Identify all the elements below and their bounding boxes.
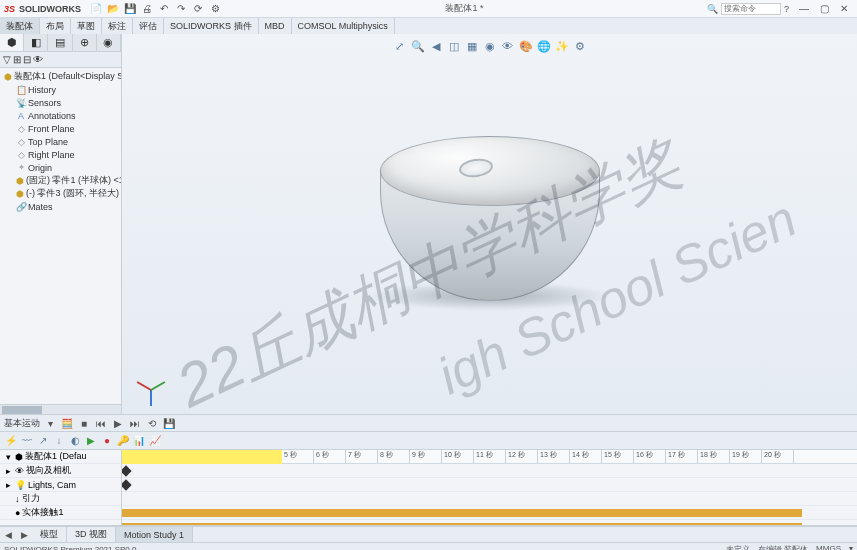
timeline-row-gravity[interactable]: ↓引力	[0, 492, 121, 506]
rebuild-icon[interactable]: ⟳	[191, 2, 205, 16]
motor-icon[interactable]: ⚡	[4, 434, 18, 448]
tree-item-annotations[interactable]: AAnnotations	[2, 109, 119, 122]
track-bar[interactable]	[122, 523, 802, 525]
play-end-icon[interactable]: ⏭	[128, 416, 142, 430]
help-icon[interactable]: ?	[784, 4, 789, 14]
tab-scroll-left-icon[interactable]: ◀	[0, 530, 16, 540]
contact-icon[interactable]: ◐	[68, 434, 82, 448]
dim-tab-icon[interactable]: ⊕	[73, 34, 97, 51]
3d-viewport[interactable]: ⤢ 🔍 ◀ ◫ ▦ ◉ 👁 🎨 🌐 ✨ ⚙	[122, 34, 857, 414]
feature-tree-tab-icon[interactable]: ⬢	[0, 34, 24, 51]
property-tab-icon[interactable]: ◧	[24, 34, 48, 51]
tab-scroll-right-icon[interactable]: ▶	[16, 530, 32, 540]
plot-icon[interactable]: 📈	[148, 434, 162, 448]
tree-root[interactable]: ⬢ 装配体1 (Default<Display St	[2, 70, 119, 83]
gravity-icon[interactable]: ↓	[52, 434, 66, 448]
tree-item-top-plane[interactable]: ◇Top Plane	[2, 135, 119, 148]
tab-assembly[interactable]: 装配体	[0, 18, 40, 34]
force-icon[interactable]: ↗	[36, 434, 50, 448]
tab-annotate[interactable]: 标注	[102, 18, 133, 34]
scrollbar-thumb[interactable]	[2, 406, 42, 414]
tab-evaluate[interactable]: 评估	[133, 18, 164, 34]
expand-toggle-icon[interactable]: ▸	[4, 480, 13, 490]
options-icon[interactable]: ⚙	[208, 2, 222, 16]
track-orientation[interactable]	[122, 478, 857, 492]
track-lights[interactable]	[122, 492, 857, 506]
collapse-icon[interactable]: ⊟	[23, 54, 31, 65]
display-tab-icon[interactable]: ◉	[97, 34, 121, 51]
track-gravity[interactable]	[122, 506, 857, 520]
expand-toggle-icon[interactable]: ▸	[4, 466, 13, 476]
search-input[interactable]	[721, 3, 781, 15]
stop-icon[interactable]: ■	[77, 416, 91, 430]
maximize-icon[interactable]: ▢	[815, 2, 833, 16]
track-contact[interactable]	[122, 520, 857, 525]
open-icon[interactable]: 📂	[106, 2, 120, 16]
tree-item-origin[interactable]: ⌖Origin	[2, 161, 119, 174]
tab-model[interactable]: 模型	[32, 527, 67, 542]
play-start-icon[interactable]: ⏮	[94, 416, 108, 430]
tab-comsol[interactable]: COMSOL Multiphysics	[292, 18, 395, 34]
track-assembly[interactable]	[122, 464, 857, 478]
loop-icon[interactable]: ⟲	[145, 416, 159, 430]
tab-mbd[interactable]: MBD	[259, 18, 292, 34]
render-icon[interactable]: ✨	[554, 38, 570, 54]
filter-icon[interactable]: ▽	[3, 54, 11, 65]
tab-addins[interactable]: SOLIDWORKS 插件	[164, 18, 259, 34]
prev-view-icon[interactable]: ◀	[428, 38, 444, 54]
record-icon[interactable]: ●	[100, 434, 114, 448]
timeline-row-lights[interactable]: ▸💡Lights, Cam	[0, 478, 121, 492]
section-icon[interactable]: ◫	[446, 38, 462, 54]
tab-3dview[interactable]: 3D 视图	[67, 527, 116, 542]
status-menu-icon[interactable]: ▾	[849, 544, 853, 550]
status-units[interactable]: MMGS	[816, 544, 841, 550]
settings-icon[interactable]: ⚙	[572, 38, 588, 54]
hide-show-icon[interactable]: 👁	[500, 38, 516, 54]
config-tab-icon[interactable]: ▤	[48, 34, 72, 51]
tree-item-mates[interactable]: 🔗Mates	[2, 200, 119, 213]
timeline-tracks[interactable]: 0 秒 1 秒 2 秒 3 秒 4 秒 5 秒 6 秒 7 秒 8 秒 9 秒 …	[122, 450, 857, 525]
timeline-row-assembly[interactable]: ▾⬢装配体1 (Defau	[0, 450, 121, 464]
active-range[interactable]	[122, 450, 282, 464]
close-icon[interactable]: ✕	[835, 2, 853, 16]
key-icon[interactable]: 🔑	[116, 434, 130, 448]
results-icon[interactable]: 📊	[132, 434, 146, 448]
scene-icon[interactable]: 🌐	[536, 38, 552, 54]
tab-layout[interactable]: 布局	[40, 18, 71, 34]
tree-item-sensors[interactable]: 📡Sensors	[2, 96, 119, 109]
keyframe[interactable]	[122, 465, 132, 476]
simulate-icon[interactable]: ▶	[84, 434, 98, 448]
timeline-row-contact[interactable]: ●实体接触1	[0, 506, 121, 520]
play-icon[interactable]: ▶	[111, 416, 125, 430]
orientation-triad[interactable]	[132, 372, 168, 408]
panel-scrollbar[interactable]	[0, 404, 121, 414]
track-bar[interactable]	[122, 509, 802, 517]
tree-item-right-plane[interactable]: ◇Right Plane	[2, 148, 119, 161]
view-orient-icon[interactable]: ▦	[464, 38, 480, 54]
timeline-row-orientation[interactable]: ▸👁视向及相机	[0, 464, 121, 478]
motion-dropdown-icon[interactable]: ▾	[43, 416, 57, 430]
appearance-icon[interactable]: 🎨	[518, 38, 534, 54]
new-icon[interactable]: 📄	[89, 2, 103, 16]
spring-icon[interactable]: 〰	[20, 434, 34, 448]
undo-icon[interactable]: ↶	[157, 2, 171, 16]
save-icon[interactable]: 💾	[123, 2, 137, 16]
zoom-area-icon[interactable]: 🔍	[410, 38, 426, 54]
print-icon[interactable]: 🖨	[140, 2, 154, 16]
tab-motion-study[interactable]: Motion Study 1	[116, 527, 193, 542]
tab-sketch[interactable]: 草图	[71, 18, 102, 34]
calc-icon[interactable]: 🧮	[60, 416, 74, 430]
zoom-fit-icon[interactable]: ⤢	[392, 38, 408, 54]
expand-toggle-icon[interactable]: ▾	[4, 452, 13, 462]
timeline-ruler[interactable]: 0 秒 1 秒 2 秒 3 秒 4 秒 5 秒 6 秒 7 秒 8 秒 9 秒 …	[122, 450, 857, 464]
redo-icon[interactable]: ↷	[174, 2, 188, 16]
minimize-icon[interactable]: —	[795, 2, 813, 16]
show-icon[interactable]: 👁	[33, 54, 43, 65]
keyframe[interactable]	[122, 479, 132, 490]
save-anim-icon[interactable]: 💾	[162, 416, 176, 430]
tree-item-history[interactable]: 📋History	[2, 83, 119, 96]
tree-item-front-plane[interactable]: ◇Front Plane	[2, 122, 119, 135]
expand-icon[interactable]: ⊞	[13, 54, 21, 65]
tree-item-part1[interactable]: ⬢(固定) 零件1 (半球体) <1	[2, 174, 119, 187]
display-style-icon[interactable]: ◉	[482, 38, 498, 54]
